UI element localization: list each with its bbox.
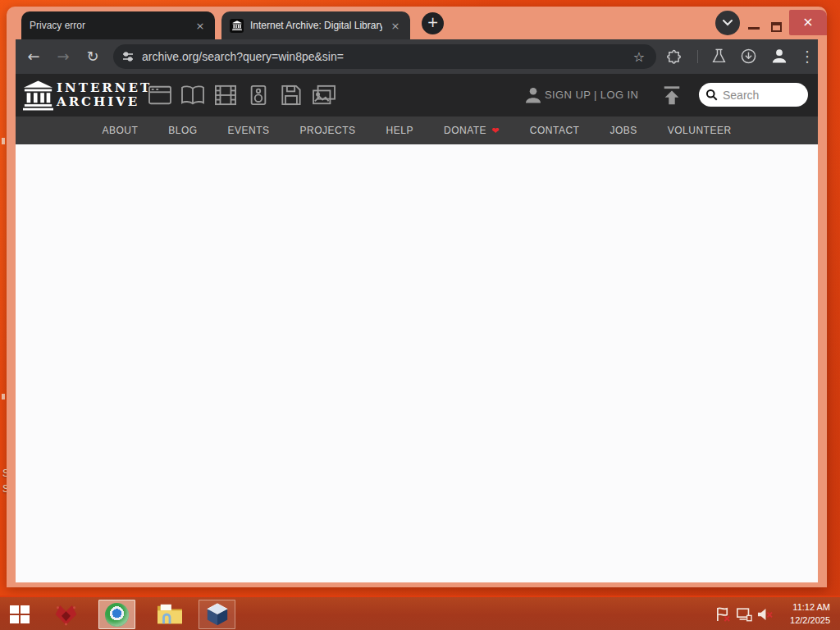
clock-date: 12/2/2025 xyxy=(771,614,830,627)
nav-label: VOLUNTEER xyxy=(668,125,732,136)
wordmark-line-2: ARCHIVE xyxy=(57,95,152,109)
minimize-button[interactable] xyxy=(748,27,760,30)
donate-heart-icon: ❤ xyxy=(491,126,500,136)
nav-label: DONATE xyxy=(444,125,486,136)
nav-item-help[interactable]: HELP xyxy=(386,125,413,136)
taskbar: 11:12 AM 12/2/2025 xyxy=(0,596,840,630)
internet-archive-wordmark[interactable]: INTERNET ARCHIVE xyxy=(57,81,152,109)
software-media-icon[interactable] xyxy=(280,84,302,109)
nav-item-about[interactable]: ABOUT xyxy=(102,125,138,136)
tab-internet-archive[interactable]: Internet Archive: Digital Library × xyxy=(221,11,410,39)
new-tab-button[interactable]: + xyxy=(422,12,444,34)
nav-label: HELP xyxy=(386,125,413,136)
audio-media-icon[interactable] xyxy=(248,84,269,109)
browser-toolbar: ← → ↻ archive.org/search?query=win8pe&si… xyxy=(16,39,818,74)
desktop-icon-fragment xyxy=(2,394,5,399)
internet-archive-header: INTERNET ARCHIVE xyxy=(16,74,818,116)
forward-button[interactable]: → xyxy=(52,47,74,66)
back-button[interactable]: ← xyxy=(23,47,44,66)
video-media-icon[interactable] xyxy=(213,84,238,109)
taskbar-virtualbox-icon[interactable] xyxy=(199,600,235,629)
nav-item-donate[interactable]: DONATE ❤ xyxy=(444,125,500,136)
browser-window: Privacy error × Internet Archive: Digita… xyxy=(7,7,827,587)
site-settings-tune-icon[interactable] xyxy=(121,50,135,63)
tab-title: Privacy error xyxy=(30,20,187,31)
signup-login-link[interactable]: SIGN UP | LOG IN xyxy=(545,89,638,101)
nav-label: BLOG xyxy=(168,125,197,136)
taskbar-chrome-browser-icon[interactable] xyxy=(98,600,135,629)
upload-icon[interactable] xyxy=(661,84,682,109)
chevron-down-icon xyxy=(723,20,733,26)
nav-label: ABOUT xyxy=(102,125,138,136)
profile-avatar-icon[interactable] xyxy=(769,46,789,69)
bookmark-star-icon[interactable]: ☆ xyxy=(630,49,648,65)
flask-experiments-icon[interactable] xyxy=(710,48,728,68)
url-text[interactable]: archive.org/search?query=win8pe&sin= xyxy=(142,50,630,63)
archive-search-box[interactable] xyxy=(699,83,808,107)
downloads-icon[interactable] xyxy=(740,48,757,68)
tab-close-icon[interactable]: × xyxy=(194,20,207,32)
search-icon xyxy=(705,89,718,101)
texts-media-icon[interactable] xyxy=(180,84,205,109)
nav-item-jobs[interactable]: JOBS xyxy=(609,125,637,136)
web-media-icon[interactable] xyxy=(148,84,172,109)
images-media-icon[interactable] xyxy=(312,84,336,109)
nav-item-volunteer[interactable]: VOLUNTEER xyxy=(668,125,732,136)
reload-button[interactable]: ↻ xyxy=(82,47,103,66)
nav-item-blog[interactable]: BLOG xyxy=(168,125,197,136)
page-content-blank xyxy=(16,144,818,582)
taskbar-app-red-icon[interactable] xyxy=(48,600,84,629)
network-icon[interactable] xyxy=(736,607,752,625)
tab-title: Internet Archive: Digital Library xyxy=(250,20,382,31)
tab-privacy-error[interactable]: Privacy error × xyxy=(21,11,215,39)
nav-item-projects[interactable]: PROJECTS xyxy=(300,125,356,136)
address-bar[interactable]: archive.org/search?query=win8pe&sin= ☆ xyxy=(113,44,656,69)
internet-archive-favicon xyxy=(230,19,244,33)
taskbar-clock[interactable]: 11:12 AM 12/2/2025 xyxy=(771,600,830,627)
desktop-icon-fragment xyxy=(2,138,5,144)
clock-time: 11:12 AM xyxy=(771,600,830,614)
internet-archive-logo[interactable] xyxy=(23,79,53,115)
archive-search-input[interactable] xyxy=(723,89,797,102)
action-center-flag-icon[interactable] xyxy=(715,607,731,625)
nav-label: JOBS xyxy=(609,125,637,136)
close-window-button[interactable]: × xyxy=(789,10,827,35)
taskbar-file-explorer-icon[interactable] xyxy=(151,600,188,629)
wordmark-line-1: INTERNET xyxy=(57,81,152,95)
tab-search-button[interactable] xyxy=(715,11,740,35)
chrome-icon xyxy=(105,603,129,627)
nav-label: EVENTS xyxy=(228,125,270,136)
tab-strip: Privacy error × Internet Archive: Digita… xyxy=(7,7,827,39)
start-button[interactable] xyxy=(10,605,30,627)
menu-kebab-icon[interactable]: ⋮ xyxy=(797,47,818,66)
maximize-button[interactable] xyxy=(771,22,782,32)
nav-item-events[interactable]: EVENTS xyxy=(228,125,270,136)
archive-nav: ABOUT BLOG EVENTS PROJECTS HELP DONATE ❤… xyxy=(16,116,818,144)
extensions-icon[interactable] xyxy=(665,48,682,68)
toolbar-divider xyxy=(697,50,698,63)
nav-label: CONTACT xyxy=(530,125,580,136)
user-icon[interactable] xyxy=(523,85,543,108)
nav-label: PROJECTS xyxy=(300,125,356,136)
nav-item-contact[interactable]: CONTACT xyxy=(530,125,580,136)
tab-close-icon[interactable]: × xyxy=(389,20,402,32)
